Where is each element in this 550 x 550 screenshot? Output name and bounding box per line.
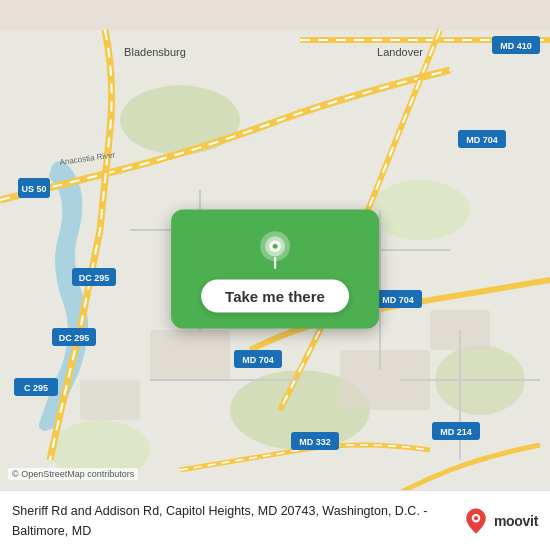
svg-text:MD 410: MD 410 bbox=[500, 41, 532, 51]
svg-rect-6 bbox=[150, 330, 230, 380]
svg-text:DC 295: DC 295 bbox=[59, 333, 90, 343]
moovit-logo: moovit bbox=[462, 507, 538, 535]
svg-point-1 bbox=[120, 85, 240, 155]
svg-point-2 bbox=[370, 180, 470, 240]
svg-text:Bladensburg: Bladensburg bbox=[124, 46, 186, 58]
svg-text:DC 295: DC 295 bbox=[79, 273, 110, 283]
svg-point-49 bbox=[474, 516, 478, 520]
svg-text:MD 214: MD 214 bbox=[440, 427, 472, 437]
address-text: Sheriff Rd and Addison Rd, Capitol Heigh… bbox=[12, 504, 428, 538]
svg-text:MD 704: MD 704 bbox=[382, 295, 414, 305]
take-me-there-button[interactable]: Take me there bbox=[201, 280, 349, 313]
map-pin-icon bbox=[255, 230, 295, 270]
osm-text: © OpenStreetMap contributors bbox=[12, 469, 134, 479]
svg-text:MD 704: MD 704 bbox=[466, 135, 498, 145]
svg-rect-9 bbox=[80, 380, 140, 420]
moovit-brand-text: moovit bbox=[494, 513, 538, 529]
svg-point-46 bbox=[273, 244, 278, 249]
map-container: US 50 MD 410 MD 704 MD 704 MD 704 DC 295… bbox=[0, 0, 550, 550]
address-block: Sheriff Rd and Addison Rd, Capitol Heigh… bbox=[12, 501, 462, 540]
svg-text:Landover: Landover bbox=[377, 46, 423, 58]
svg-text:US 50: US 50 bbox=[21, 184, 46, 194]
moovit-pin-icon bbox=[462, 507, 490, 535]
svg-text:MD 704: MD 704 bbox=[242, 355, 274, 365]
osm-attribution: © OpenStreetMap contributors bbox=[8, 468, 138, 480]
svg-text:MD 332: MD 332 bbox=[299, 437, 331, 447]
info-bar: Sheriff Rd and Addison Rd, Capitol Heigh… bbox=[0, 490, 550, 550]
location-card: Take me there bbox=[171, 210, 379, 329]
svg-text:C 295: C 295 bbox=[24, 383, 48, 393]
